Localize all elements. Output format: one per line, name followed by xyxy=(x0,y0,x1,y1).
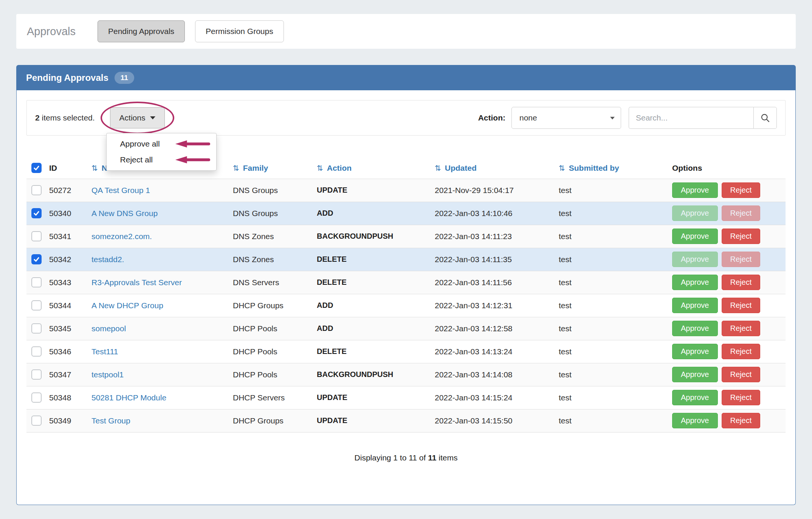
row-name-link[interactable]: somepool xyxy=(91,324,126,333)
approve-button[interactable]: Approve xyxy=(672,344,718,359)
page: Approvals Pending Approvals Permission G… xyxy=(0,0,812,516)
reject-button[interactable]: Reject xyxy=(722,367,761,382)
cell-family: DHCP Groups xyxy=(233,409,317,432)
toolbar-right: Action: none xyxy=(478,107,777,129)
row-checkbox[interactable] xyxy=(31,277,42,287)
row-name-link[interactable]: testpool1 xyxy=(91,370,124,379)
table-row: 50340A New DNS GroupDNS GroupsADD2022-Ja… xyxy=(26,202,786,225)
reject-button[interactable]: Reject xyxy=(722,344,761,359)
cell-family: DNS Zones xyxy=(233,248,317,271)
cell-submitted-by: test xyxy=(559,363,672,386)
approve-button[interactable]: Approve xyxy=(672,390,718,405)
reject-button[interactable]: Reject xyxy=(722,275,761,290)
column-header-family[interactable]: ⇅Family xyxy=(233,158,317,179)
actions-dropdown-button[interactable]: Actions xyxy=(110,107,165,128)
cell-id: 50341 xyxy=(49,225,91,248)
menu-item-label: Approve all xyxy=(120,139,160,148)
column-header-action[interactable]: ⇅Action xyxy=(317,158,435,179)
row-name-link[interactable]: somezone2.com. xyxy=(91,232,152,241)
reject-button[interactable]: Reject xyxy=(722,390,761,405)
menu-item-reject-all[interactable]: Reject all xyxy=(107,152,216,168)
cell-family: DHCP Groups xyxy=(233,294,317,317)
row-checkbox[interactable] xyxy=(31,208,42,218)
row-checkbox[interactable] xyxy=(31,300,42,310)
cell-family: DNS Groups xyxy=(233,179,317,202)
cell-action: ADD xyxy=(317,317,435,340)
actions-dropdown: Actions Approve all Reject all xyxy=(110,107,165,128)
cell-updated: 2022-Jan-03 14:15:50 xyxy=(435,409,559,432)
row-options: ApproveReject xyxy=(672,298,779,313)
annotation-arrow-icon xyxy=(174,155,210,165)
menu-item-label: Reject all xyxy=(120,155,153,164)
approve-button[interactable]: Approve xyxy=(672,229,718,244)
column-header-updated[interactable]: ⇅Updated xyxy=(435,158,559,179)
select-all-checkbox[interactable] xyxy=(31,163,42,173)
reject-button[interactable]: Reject xyxy=(722,205,761,221)
row-name-link[interactable]: QA Test Group 1 xyxy=(91,186,150,195)
row-checkbox[interactable] xyxy=(31,392,42,403)
row-checkbox[interactable] xyxy=(31,346,42,357)
row-options: ApproveReject xyxy=(672,275,779,290)
sort-icon: ⇅ xyxy=(435,164,441,172)
row-name-link[interactable]: A New DHCP Group xyxy=(91,301,163,310)
cell-id: 50343 xyxy=(49,271,91,294)
row-checkbox[interactable] xyxy=(31,323,42,334)
reject-button[interactable]: Reject xyxy=(722,413,761,428)
cell-updated: 2022-Jan-03 14:12:58 xyxy=(435,317,559,340)
row-name-link[interactable]: 50281 DHCP Module xyxy=(91,393,166,402)
approve-button[interactable]: Approve xyxy=(672,413,718,428)
cell-updated: 2022-Jan-03 14:15:24 xyxy=(435,386,559,409)
approve-button[interactable]: Approve xyxy=(672,275,718,290)
pagination-total: 11 xyxy=(428,453,436,462)
approve-button[interactable]: Approve xyxy=(672,367,718,382)
row-name-link[interactable]: R3-Approvals Test Server xyxy=(91,278,182,287)
approve-button[interactable]: Approve xyxy=(672,205,718,221)
reject-button[interactable]: Reject xyxy=(722,252,761,267)
approve-button[interactable]: Approve xyxy=(672,182,718,198)
cell-submitted-by: test xyxy=(559,317,672,340)
table-row: 50341somezone2.com.DNS ZonesBACKGROUNDPU… xyxy=(26,225,786,248)
column-header-submitted-by[interactable]: ⇅Submitted by xyxy=(559,158,672,179)
row-checkbox[interactable] xyxy=(31,369,42,380)
cell-submitted-by: test xyxy=(559,179,672,202)
reject-button[interactable]: Reject xyxy=(722,229,761,244)
row-name-link[interactable]: A New DNS Group xyxy=(91,209,158,218)
menu-item-approve-all[interactable]: Approve all xyxy=(107,136,216,152)
row-checkbox[interactable] xyxy=(31,416,42,426)
reject-button[interactable]: Reject xyxy=(722,298,761,313)
tab-pending-approvals[interactable]: Pending Approvals xyxy=(98,20,185,42)
row-checkbox[interactable] xyxy=(31,185,42,195)
search-button[interactable] xyxy=(753,107,777,129)
tab-permission-groups[interactable]: Permission Groups xyxy=(195,20,284,42)
panel-header: Pending Approvals 11 xyxy=(16,65,796,90)
cell-action: BACKGROUNDPUSH xyxy=(317,225,435,248)
approve-button[interactable]: Approve xyxy=(672,252,718,267)
row-options: ApproveReject xyxy=(672,252,779,267)
row-name-link[interactable]: Test Group xyxy=(91,416,130,425)
reject-button[interactable]: Reject xyxy=(722,182,761,198)
reject-button[interactable]: Reject xyxy=(722,321,761,336)
cell-updated: 2022-Jan-03 14:13:24 xyxy=(435,340,559,363)
chevron-down-icon xyxy=(150,116,155,119)
selected-text: items selected. xyxy=(40,113,95,122)
cell-updated: 2022-Jan-03 14:11:56 xyxy=(435,271,559,294)
search-input[interactable] xyxy=(629,107,753,129)
table-row: 50342testadd2.DNS ZonesDELETE2022-Jan-03… xyxy=(26,248,786,271)
row-checkbox[interactable] xyxy=(31,254,42,264)
action-filter-select[interactable]: none xyxy=(511,107,621,129)
row-options: ApproveReject xyxy=(672,413,779,428)
row-name-link[interactable]: testadd2. xyxy=(91,255,124,264)
row-name-link[interactable]: Test111 xyxy=(91,347,118,356)
approve-button[interactable]: Approve xyxy=(672,298,718,313)
sort-icon: ⇅ xyxy=(91,164,98,172)
page-title: Approvals xyxy=(27,25,76,38)
sort-icon: ⇅ xyxy=(233,164,239,172)
cell-action: DELETE xyxy=(317,271,435,294)
selected-count: 2 xyxy=(35,113,40,122)
row-checkbox[interactable] xyxy=(31,231,42,241)
approve-button[interactable]: Approve xyxy=(672,321,718,336)
cell-family: DHCP Pools xyxy=(233,340,317,363)
cell-id: 50349 xyxy=(49,409,91,432)
cell-updated: 2022-Jan-03 14:12:31 xyxy=(435,294,559,317)
table-row: 50345somepoolDHCP PoolsADD2022-Jan-03 14… xyxy=(26,317,786,340)
